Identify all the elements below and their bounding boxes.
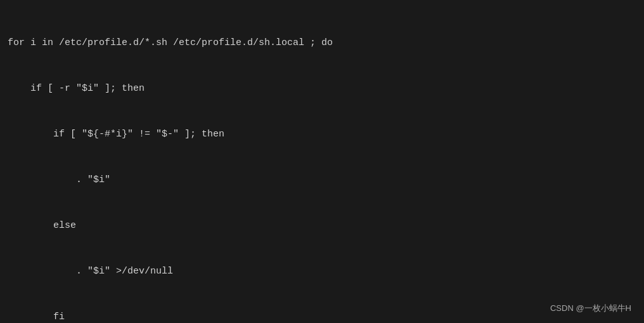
code-line-1: for i in /etc/profile.d/*.sh /etc/profil… <box>8 36 636 51</box>
code-line-6: . "$i" >/dev/null <box>8 264 636 279</box>
code-line-2: if [ -r "$i" ]; then <box>8 81 636 96</box>
code-line-5: else <box>8 218 636 234</box>
code-line-3: if [ "${-#*i}" != "$-" ]; then <box>8 127 636 142</box>
watermark: CSDN @一枚小蜗牛H <box>550 303 631 314</box>
code-display: for i in /etc/profile.d/*.sh /etc/profil… <box>0 0 644 323</box>
code-line-4: . "$i" <box>8 173 636 188</box>
code-line-7: fi <box>8 310 636 323</box>
